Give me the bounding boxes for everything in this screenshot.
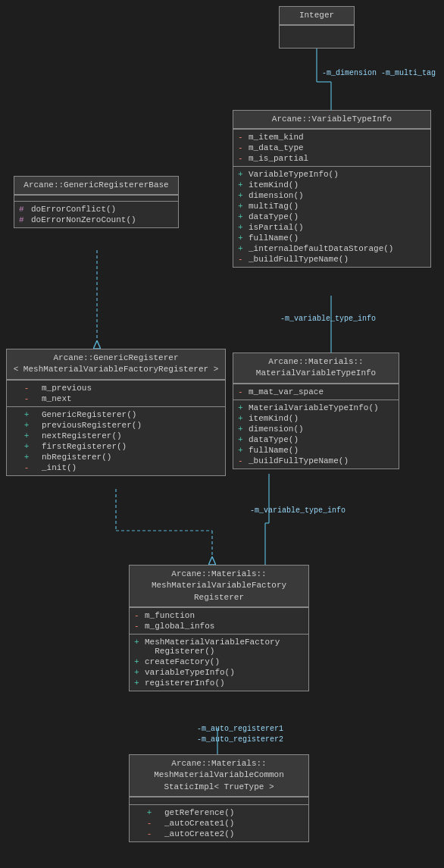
mesh-material-variable-common-static-impl-methods: +getReference() -_autoCreate1() -_autoCr… <box>130 804 308 841</box>
material-variable-type-info-box: Arcane::Materials::MaterialVariableTypeI… <box>233 353 399 469</box>
generic-registerer-base-methods: #doErrorConflict() #doErrorNonZeroCount(… <box>14 201 178 227</box>
generic-registerer-fields: -m_previous -m_next <box>7 380 225 406</box>
generic-registerer-base-box: Arcane::GenericRegistererBase #doErrorCo… <box>14 176 179 228</box>
variable-type-info-box: Arcane::VariableTypeInfo -m_item_kind -m… <box>233 110 431 268</box>
variable-type-info-title: Arcane::VariableTypeInfo <box>233 111 430 129</box>
mesh-material-variable-factory-registerer-title: Arcane::Materials::MeshMaterialVariableF… <box>130 566 308 607</box>
variable-type-info-fields: -m_item_kind -m_data_type -m_is_partial <box>233 129 430 166</box>
mesh-material-variable-common-static-impl-title: Arcane::Materials::MeshMaterialVariableC… <box>130 755 308 797</box>
integer-box: Integer <box>279 6 355 49</box>
integer-title: Integer <box>280 7 354 25</box>
generic-registerer-base-title: Arcane::GenericRegistererBase <box>14 177 178 195</box>
mesh-material-variable-factory-registerer-methods: +MeshMaterialVariableFactory Registerer(… <box>130 634 308 691</box>
material-variable-type-info-methods: +MaterialVariableTypeInfo() +itemKind() … <box>233 400 399 468</box>
label-m-dimension: -m_dimension -m_multi_tag <box>322 68 436 79</box>
generic-registerer-methods: +GenericRegisterer() +previousRegisterer… <box>7 406 225 475</box>
material-variable-type-info-fields: -m_mat_var_space <box>233 384 399 400</box>
mesh-material-variable-factory-registerer-box: Arcane::Materials::MeshMaterialVariableF… <box>129 565 309 691</box>
label-m-variable-type-info-bottom: -m_variable_type_info <box>250 506 346 515</box>
generic-registerer-box: Arcane::GenericRegisterer< MeshMaterialV… <box>6 349 226 476</box>
generic-registerer-title: Arcane::GenericRegisterer< MeshMaterialV… <box>7 349 225 380</box>
label-m-auto-registerer: -m_auto_registerer1-m_auto_registerer2 <box>197 724 283 745</box>
mesh-material-variable-factory-registerer-fields: -m_function -m_global_infos <box>130 607 308 634</box>
material-variable-type-info-title: Arcane::Materials::MaterialVariableTypeI… <box>233 353 399 384</box>
variable-type-info-methods: +VariableTypeInfo() +itemKind() +dimensi… <box>233 166 430 267</box>
diagram-container: Integer -m_dimension -m_multi_tag Arcane… <box>0 0 444 868</box>
label-m-variable-type-info-top: -m_variable_type_info <box>280 315 376 323</box>
mesh-material-variable-common-static-impl-box: Arcane::Materials::MeshMaterialVariableC… <box>129 754 309 842</box>
